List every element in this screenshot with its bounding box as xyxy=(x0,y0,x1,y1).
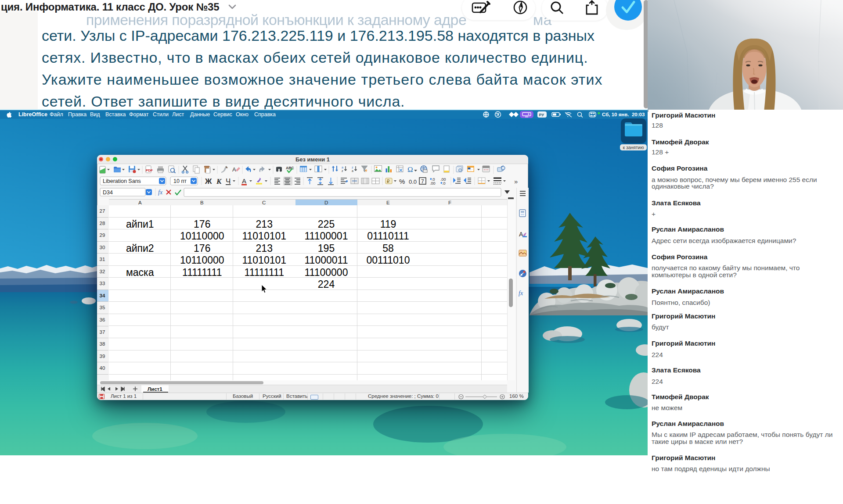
svg-text:Ч: Ч xyxy=(226,177,231,186)
svg-text:»: » xyxy=(514,178,518,185)
svg-text:A: A xyxy=(232,166,236,173)
svg-text:РУ: РУ xyxy=(539,113,544,117)
svg-text:fx: fx xyxy=(158,189,163,196)
svg-text:D34: D34 xyxy=(103,189,113,196)
svg-text:0.0: 0.0 xyxy=(409,179,417,185)
svg-text:PDF: PDF xyxy=(146,168,153,172)
svg-text:Ω: Ω xyxy=(407,165,413,174)
svg-text:fx: fx xyxy=(519,290,523,297)
svg-text:10 пт: 10 пт xyxy=(173,178,187,184)
svg-text:%: % xyxy=(399,178,405,185)
svg-text:₽: ₽ xyxy=(387,179,390,184)
svg-text:z: z xyxy=(342,169,343,172)
svg-text:.00: .00 xyxy=(430,181,436,186)
svg-text:Liberation Sans: Liberation Sans xyxy=(103,178,141,184)
svg-text:.0: .0 xyxy=(442,181,446,186)
svg-text:A: A xyxy=(242,177,246,185)
svg-text:a: a xyxy=(352,169,353,172)
svg-text:Ж: Ж xyxy=(205,177,212,186)
svg-text:К: К xyxy=(216,177,222,186)
svg-text:Лист1: Лист1 xyxy=(148,386,162,392)
svg-text:a: a xyxy=(342,166,343,169)
svg-text:ABC: ABC xyxy=(286,166,294,170)
svg-text:z: z xyxy=(352,166,353,169)
svg-text:7: 7 xyxy=(421,179,424,185)
